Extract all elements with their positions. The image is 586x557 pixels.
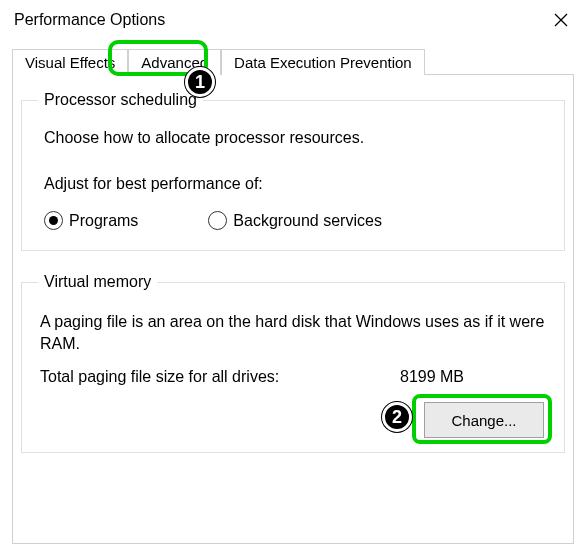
- radio-icon: [44, 211, 63, 230]
- group-processor-scheduling: Processor scheduling Choose how to alloc…: [21, 91, 565, 251]
- radio-programs-label: Programs: [69, 212, 138, 230]
- tab-panel-advanced: Processor scheduling Choose how to alloc…: [12, 74, 574, 544]
- titlebar: Performance Options: [0, 0, 586, 40]
- vm-total-value: 8199 MB: [400, 368, 464, 386]
- processor-adjust-label: Adjust for best performance of:: [44, 175, 548, 193]
- tab-dep[interactable]: Data Execution Prevention: [221, 49, 425, 75]
- radio-background-services[interactable]: Background services: [208, 211, 382, 230]
- close-icon: [554, 13, 568, 27]
- radio-background-label: Background services: [233, 212, 382, 230]
- vm-total-label: Total paging file size for all drives:: [40, 368, 400, 386]
- change-button[interactable]: Change...: [424, 402, 544, 438]
- radio-programs[interactable]: Programs: [44, 211, 138, 230]
- vm-desc: A paging file is an area on the hard dis…: [40, 311, 548, 354]
- callout-2: 2: [382, 402, 412, 432]
- processor-desc: Choose how to allocate processor resourc…: [44, 129, 548, 147]
- window-title: Performance Options: [14, 11, 165, 29]
- radio-icon: [208, 211, 227, 230]
- group-virtual-memory: Virtual memory A paging file is an area …: [21, 273, 565, 453]
- processor-legend: Processor scheduling: [38, 91, 203, 109]
- vm-legend: Virtual memory: [38, 273, 157, 291]
- callout-1: 1: [185, 67, 215, 97]
- close-button[interactable]: [536, 1, 586, 39]
- tab-visual-effects[interactable]: Visual Effects: [12, 49, 128, 75]
- tabstrip: Visual Effects Advanced Data Execution P…: [12, 48, 574, 74]
